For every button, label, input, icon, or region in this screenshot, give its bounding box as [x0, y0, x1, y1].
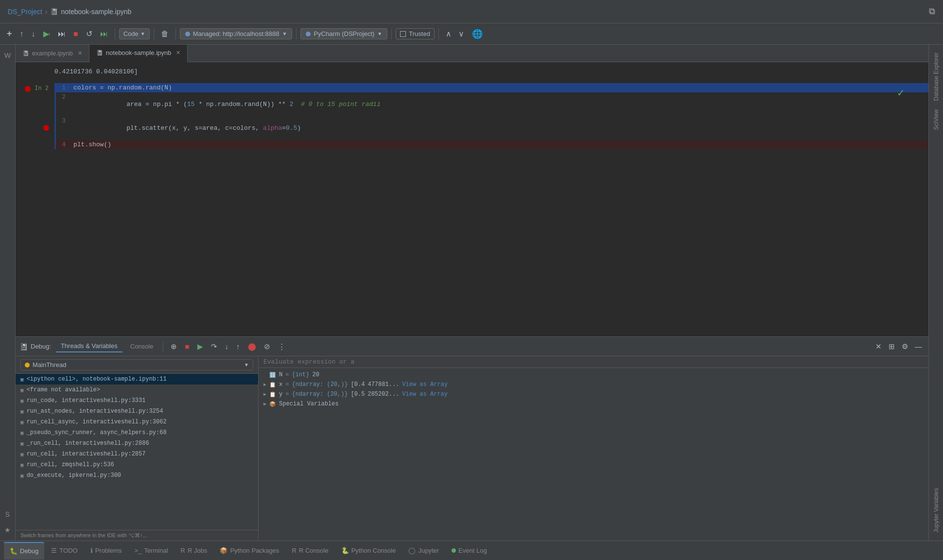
structure-icon[interactable]: S [1, 508, 15, 521]
sidebar-label-jupyter-vars[interactable]: Jupyter Variables [931, 484, 942, 537]
kernel-dropdown[interactable]: Managed: http://localhost:8888 ▼ [180, 28, 293, 39]
cell-type-label: Code [123, 30, 139, 37]
sidebar-label-sciview[interactable]: SciView [931, 105, 942, 134]
sidebar-label-database[interactable]: Database Explorer [931, 49, 942, 105]
var-link-x[interactable]: View as Array [402, 381, 448, 388]
bottom-tab-python-console[interactable]: 🐍 Python Console [335, 542, 402, 560]
debug-stop-button[interactable]: ■ [182, 341, 192, 352]
var-suffix-y: 285202... [367, 391, 399, 398]
debug-tab-label: Debug [20, 547, 38, 555]
debug-toolbar: 📓 Debug: Threads & Variables Console ⊕ ■… [16, 337, 928, 356]
bottom-tab-jupyter[interactable]: ◯ Jupyter [402, 542, 445, 560]
restart-run-button[interactable]: ⏭ [97, 28, 111, 40]
browser-button[interactable]: 🌐 [469, 27, 486, 41]
debug-panel: 📓 Debug: Threads & Variables Console ⊕ ■… [16, 336, 928, 541]
tab-example-ipynb[interactable]: 📓 example.ipynb ✕ [16, 45, 89, 62]
bottom-tab-python-packages[interactable]: 📦 Python Packages [214, 542, 285, 560]
eval-input[interactable] [263, 358, 924, 366]
var-expand-y[interactable]: ▶ [263, 391, 266, 397]
var-item-x: ▶ 📋 x = {ndarray: (20,)} [0.4 477881... … [259, 380, 928, 389]
trusted-button[interactable]: Trusted [396, 28, 435, 39]
line-num-3: 3 [56, 116, 70, 125]
debug-settings-button[interactable]: ⚙ [899, 341, 910, 352]
code-line-2: 2 area = np.pi * (15 * np.random.rand(N)… [56, 92, 928, 116]
kernel-name-arrow: ▼ [377, 31, 382, 36]
frame-item-4[interactable]: ▣ run_cell_async, interactiveshell.py:30… [16, 417, 258, 427]
cell-body[interactable]: 1 colors = np.random.rand(N) 2 area = np… [54, 83, 928, 149]
favorites-icon[interactable]: ★ [1, 523, 15, 537]
thread-select-dropdown[interactable]: MainThread ▼ [20, 359, 253, 370]
debug-resume-button[interactable]: ▶ [195, 341, 206, 352]
debug-tab-console[interactable]: Console [125, 341, 158, 352]
debug-more-button[interactable]: ⋮ [276, 341, 288, 352]
frame-item-5[interactable]: ▣ _pseudo_sync_runner, async_helpers.py:… [16, 427, 258, 438]
debug-mute-button[interactable]: ⊘ [262, 341, 273, 352]
nav-down-button[interactable]: ∨ [455, 27, 467, 40]
frame-item-0[interactable]: ▣ <ipython cell>, notebook-sample.ipynb:… [16, 374, 258, 385]
bottom-tab-r-jobs[interactable]: R R Jobs [175, 542, 213, 560]
bottom-tab-problems[interactable]: ℹ Problems [85, 542, 128, 560]
delete-cell-button[interactable]: 🗑 [158, 28, 172, 40]
frame-item-6[interactable]: ▣ _run_cell, interactiveshell.py:2886 [16, 438, 258, 449]
frame-item-7[interactable]: ▣ run_cell, interactiveshell.py:2857 [16, 449, 258, 459]
python-packages-tab-label: Python Packages [230, 547, 279, 554]
frame-item-8[interactable]: ▣ run_cell, zmqshell.py:536 [16, 459, 258, 470]
restart-button[interactable]: ↺ [83, 27, 95, 40]
tab-label-2: notebook-sample.ipynb [106, 49, 171, 56]
var-expand-x[interactable]: ▶ [263, 382, 266, 387]
bottom-tab-r-console[interactable]: R R Console [286, 542, 334, 560]
debug-label: Debug: [31, 343, 51, 350]
frame-item-2[interactable]: ▣ run_code, interactiveshell.py:3331 [16, 395, 258, 406]
bottom-tab-todo[interactable]: ☰ TODO [45, 542, 83, 560]
workspace-icon[interactable]: W [1, 49, 15, 62]
cell-type-dropdown[interactable]: Code ▼ [119, 28, 150, 39]
tab-close-2[interactable]: ✕ [176, 50, 180, 56]
kernel-name-dropdown[interactable]: PyCharm (DSProject) ▼ [300, 28, 387, 39]
line-code-1: colors = np.random.rand(N) [70, 83, 928, 92]
run-all-button[interactable]: ⏭ [55, 28, 69, 40]
breakpoint-1[interactable] [25, 86, 31, 92]
tab-close-1[interactable]: ✕ [78, 50, 82, 56]
var-expand-special[interactable]: ▶ [263, 401, 266, 407]
frame-icon-8: ▣ [20, 462, 24, 468]
debug-close-button[interactable]: ✕ [873, 341, 884, 352]
debug-step-up-button[interactable]: ↑ [234, 341, 243, 352]
debug-breakpoint-button[interactable]: ⬤ [245, 341, 259, 352]
tab-notebook-sample[interactable]: 📓 notebook-sample.ipynb ✕ [89, 45, 188, 62]
debug-step-down-button[interactable]: ↓ [223, 341, 231, 352]
breadcrumb-sep: › [45, 8, 48, 16]
frame-item-1[interactable]: ▣ <frame not available> [16, 385, 258, 395]
frame-item-3[interactable]: ▣ run_ast_nodes, interactiveshell.py:325… [16, 406, 258, 417]
move-down-button[interactable]: ↓ [29, 28, 38, 40]
nav-up-button[interactable]: ∧ [443, 27, 454, 40]
bottom-tab-terminal[interactable]: >_ Terminal [129, 542, 174, 560]
debug-globe-button[interactable]: ⊕ [168, 341, 179, 352]
frame-item-9[interactable]: ▣ do_execute, ipkernel.py:300 [16, 470, 258, 481]
external-link-icon[interactable]: ⧉ [929, 6, 935, 17]
stop-button[interactable]: ■ [70, 28, 81, 40]
editor-tabs: 📓 example.ipynb ✕ 📓 notebook-sample.ipyn… [16, 45, 928, 62]
output-line: 0.42101736 0.04028106] [16, 62, 928, 79]
jupyter-tab-icon: ◯ [408, 547, 416, 554]
frame-icon-0: ▣ [20, 376, 24, 383]
frame-label-4: run_cell_async, interactiveshell.py:3062 [27, 419, 167, 425]
add-cell-button[interactable]: + [4, 27, 15, 41]
var-link-y[interactable]: View as Array [402, 391, 448, 398]
run-cell-button[interactable]: ▶I [40, 27, 53, 40]
frame-icon-4: ▣ [20, 419, 24, 425]
project-name[interactable]: DS_Project [8, 8, 42, 16]
bottom-tab-debug[interactable]: 🐛 Debug [4, 542, 44, 560]
var-name-special: Special Variables [279, 401, 338, 407]
bottom-tab-event-log[interactable]: Event Log [446, 542, 493, 560]
frame-icon-6: ▣ [20, 440, 24, 447]
debug-minimize-button[interactable]: — [912, 341, 925, 352]
right-sidebar: Database Explorer SciView Jupyter Variab… [928, 45, 943, 541]
debug-tab-threads[interactable]: Threads & Variables [56, 340, 122, 352]
breakpoint-2[interactable] [43, 125, 49, 131]
code-cell-2: In 2 1 colors = np.random.rand(N) 2 area… [16, 83, 928, 149]
debug-layout-button[interactable]: ⊞ [886, 341, 897, 352]
var-val-x: [0.4 [351, 381, 365, 388]
trusted-checkbox-icon [400, 31, 406, 37]
move-up-button[interactable]: ↑ [17, 28, 27, 40]
debug-step-over-button[interactable]: ↷ [209, 341, 220, 352]
